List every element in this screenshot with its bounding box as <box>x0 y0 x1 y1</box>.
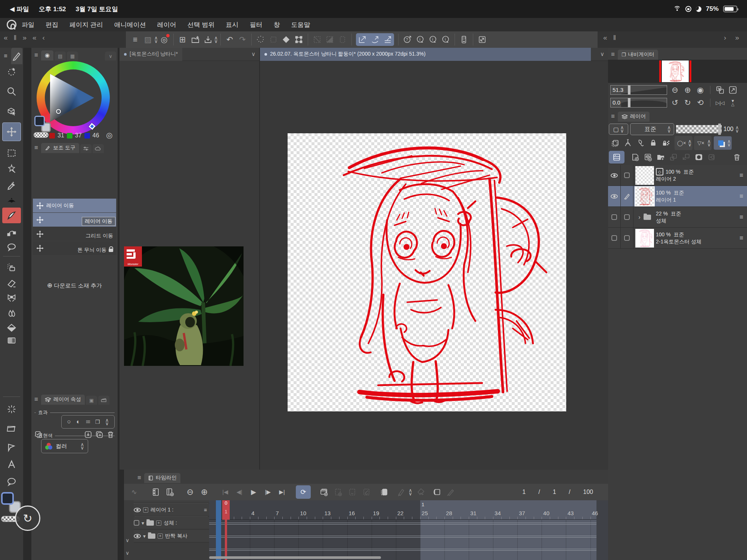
ruler-range-icon[interactable]: ▽× <box>695 137 707 149</box>
timeline-row-label[interactable]: +레이어 1 :≡ <box>134 504 209 516</box>
reference-layer-icon[interactable] <box>622 137 634 149</box>
new-canvas-icon[interactable]: ⊞ <box>176 33 189 46</box>
layer-thumbnail[interactable] <box>635 187 654 206</box>
merge-down-icon[interactable] <box>680 151 692 164</box>
navigator-rotate-slider[interactable]: 0.0 <box>610 98 667 108</box>
clip-to-layer-below-icon[interactable] <box>609 137 622 149</box>
layer-thumbnail-size-button[interactable]: ▢∧∨ <box>609 124 628 135</box>
navigator-thumbnail[interactable] <box>662 60 689 82</box>
rotate-left-icon[interactable]: ↺ <box>669 97 681 108</box>
blend-mode-dropdown[interactable]: 표준 ∧∨ <box>630 123 674 135</box>
layer-color-chevrons-icon[interactable]: ∧∨ <box>727 140 731 146</box>
menu-item[interactable]: 파일 <box>22 21 34 29</box>
opacity-chevrons-icon[interactable]: ∧∨ <box>735 126 739 133</box>
border-effect-icon[interactable]: ○ <box>67 418 71 426</box>
menu-item[interactable]: 레이어 <box>157 21 176 29</box>
layer-color-chip-icon[interactable] <box>715 137 727 149</box>
layer-row-menu-icon[interactable]: ≡ <box>740 172 743 179</box>
rotate-right-icon[interactable]: ↻ <box>682 97 693 108</box>
zoom-in-icon[interactable]: ⊕ <box>682 85 693 95</box>
visibility-eye-icon[interactable] <box>611 173 618 178</box>
tool-strip-menu-icon[interactable]: ≡ <box>1 48 10 64</box>
tool-gradient-icon[interactable] <box>2 332 21 349</box>
layer-row[interactable]: 100 % 표준2-1옥토몬스터 성체≡ <box>608 228 747 249</box>
tool-balloon-icon[interactable] <box>2 239 21 255</box>
apply-mask-icon[interactable] <box>705 151 718 164</box>
select-checkbox[interactable] <box>624 214 630 220</box>
tool-saturated-line-icon[interactable] <box>2 401 21 417</box>
tool-decoration-icon[interactable] <box>2 290 21 306</box>
mask-chevrons-icon[interactable]: ∧∨ <box>688 140 692 146</box>
draft-layer-icon[interactable] <box>634 137 647 149</box>
onscreen-keyboard-icon[interactable] <box>458 33 470 46</box>
layer-list-view-icon[interactable] <box>609 151 624 164</box>
ruler-chevrons-icon[interactable]: ∧∨ <box>707 140 711 146</box>
rotate-canvas-fab[interactable]: ↻ <box>15 505 40 531</box>
expression-color-dropdown[interactable]: 컬러 ∧∨ <box>41 439 88 453</box>
hint-info-icon-2[interactable]: i <box>427 33 439 46</box>
create-layer-mask-icon[interactable] <box>692 151 705 164</box>
subtool-panel-menu-icon[interactable]: ≡ <box>31 144 41 152</box>
color-mixer-tab-icon[interactable]: ▦ <box>67 52 78 60</box>
tool-move-layer-icon[interactable] <box>2 122 21 141</box>
tool-rotate-view-icon[interactable] <box>2 63 21 80</box>
download-materials-button[interactable]: ⊕ 다운로드 소재 추가 <box>33 281 116 289</box>
main-color-swatch[interactable] <box>34 116 45 126</box>
layer-color-effect-icon[interactable]: ❒ <box>95 419 100 425</box>
row-visibility-eye-icon[interactable] <box>134 534 141 538</box>
clip-studio-app-icon[interactable]: ◎ <box>158 33 171 46</box>
layer-row[interactable]: 100 % 표준레이어 1≡ <box>608 186 747 207</box>
tool-eraser-icon[interactable] <box>2 275 21 291</box>
snap-to-special-ruler-icon[interactable] <box>369 33 381 46</box>
expand-chevron-icon[interactable]: › <box>638 214 640 221</box>
tool-property-toggle-icon[interactable]: ▨ <box>142 33 154 46</box>
playback-start-marker[interactable] <box>216 500 221 560</box>
loop-playback-icon[interactable]: ⟳ <box>296 485 311 499</box>
enable-onion-skin-icon[interactable] <box>379 486 390 498</box>
halftone-dots-icon[interactable]: ⠿⠿ <box>86 420 90 424</box>
clip-studio-logo-icon[interactable] <box>7 20 16 29</box>
lock-layer-icon[interactable] <box>647 137 660 149</box>
tool-operation-icon[interactable] <box>2 224 21 240</box>
color-history-icon[interactable]: ◎ <box>106 131 112 140</box>
specify-cel-icon[interactable] <box>347 486 358 498</box>
transfer-to-lower-layer-icon[interactable] <box>667 151 680 164</box>
timeline-tab[interactable]: 타임라인 <box>144 473 180 483</box>
save-icon[interactable] <box>202 33 214 46</box>
floating-main-color-swatch[interactable] <box>1 492 14 505</box>
subtool-tab[interactable]: 보조 도구 <box>41 143 79 153</box>
new-timeline-icon[interactable] <box>164 486 176 498</box>
layer-thumbnail[interactable] <box>635 166 654 185</box>
canvas[interactable] <box>288 133 566 411</box>
timeline-playhead[interactable]: 01 <box>222 500 230 520</box>
color-set-tab-icon[interactable]: ▤ <box>55 52 66 60</box>
navigator-menu-icon[interactable]: ≡ <box>608 51 618 58</box>
layer-row[interactable]: ◇100 % 표준레이어 2≡ <box>608 165 747 186</box>
timeline-row-label[interactable]: ▾+성체 : <box>134 517 209 529</box>
next-frame-icon[interactable]: |▶ <box>262 486 273 498</box>
onion-skin-settings-icon[interactable] <box>431 486 442 498</box>
enable-mask-icon[interactable]: ◯× <box>675 137 688 149</box>
timeline-horizontal-scrollbar[interactable] <box>209 556 381 559</box>
visibility-checkbox[interactable] <box>611 214 617 220</box>
fit-to-screen-icon[interactable]: ◉ <box>695 85 706 95</box>
new-cel-icon[interactable] <box>332 486 344 498</box>
reset-view-icon[interactable]: ▼△ <box>727 97 738 108</box>
row-checkbox[interactable] <box>134 520 139 526</box>
navigator-preview-area[interactable] <box>608 60 747 83</box>
row-expander-icon[interactable]: ▾ <box>143 533 146 539</box>
reset-rotation-icon[interactable]: ⟲ <box>695 97 706 108</box>
undo-icon[interactable]: ↶ <box>223 33 236 46</box>
right-panel-expand-controls[interactable]: ›» <box>724 34 739 42</box>
layer-row-menu-icon[interactable]: ≡ <box>740 193 743 200</box>
menu-item[interactable]: 페이지 관리 <box>69 21 103 29</box>
timeline-zoom-in-icon[interactable]: ⊕ <box>199 486 210 498</box>
new-animation-folder-icon[interactable] <box>318 486 329 498</box>
timeline-menu-icon[interactable]: ≡ <box>134 474 144 482</box>
light-table-chevrons-icon[interactable]: ∧∨ <box>409 489 412 495</box>
opacity-slider[interactable] <box>676 125 722 133</box>
tool-airbrush-icon[interactable] <box>2 259 21 276</box>
visibility-checkbox[interactable] <box>611 235 617 241</box>
layer-property-tab[interactable]: 레이어 속성 <box>41 395 85 405</box>
subtool-item[interactable]: 레이어 이동 <box>33 199 116 212</box>
